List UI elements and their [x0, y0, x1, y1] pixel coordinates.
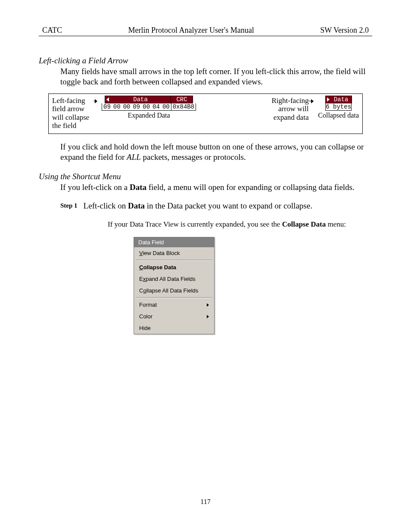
collapse-arrow-icon[interactable]: [105, 96, 110, 103]
section2-para: If you left-click on a Data field, a men…: [60, 182, 372, 193]
submenu-arrow-icon: [207, 303, 209, 307]
context-menu-title: Data Field: [134, 237, 214, 247]
section1-para: Many fields have small arrows in the top…: [60, 66, 372, 87]
annotation-arrow-icon: [308, 99, 314, 103]
section-title-2: Using the Shortcut Menu: [39, 172, 372, 181]
expand-arrow-icon[interactable]: [326, 96, 331, 103]
fig-right-annotation: Right-facing arrow will expand data: [266, 96, 314, 122]
fig-left-annotation: Left-facing field arrow will collapse th…: [52, 96, 97, 130]
header-center: Merlin Protocol Analyzer User's Manual: [128, 26, 254, 35]
page-number: 117: [39, 498, 372, 506]
collapsed-caption: Collapsed data: [318, 112, 359, 119]
menu-item-collapse-all[interactable]: Collapse All Data Fields: [134, 285, 214, 296]
menu-item-collapse-data[interactable]: Collapse Data: [134, 261, 214, 273]
expanded-caption: Expanded Data: [128, 112, 170, 119]
expanded-data-label: Data: [110, 96, 171, 103]
para-after-fig: If you click and hold down the left mous…: [60, 142, 372, 163]
step-subtext: If your Data Trace View is currently exp…: [108, 220, 372, 229]
context-menu: Data Field View Data Block Collapse Data…: [134, 237, 215, 334]
submenu-arrow-icon: [207, 315, 209, 318]
menu-item-color[interactable]: Color: [134, 311, 214, 322]
header-left: CATC: [42, 26, 62, 35]
expanded-data-widget: Data CRC 09 00 00 09 00 04 00 0x84B8 Exp…: [102, 96, 196, 119]
crc-label: CRC: [171, 96, 193, 103]
crc-value: 0x84B8: [171, 103, 196, 110]
menu-item-hide[interactable]: Hide: [134, 322, 214, 334]
annotation-arrow-icon: [93, 99, 97, 103]
step-body: Left-click on Data in the Data packet yo…: [84, 201, 372, 211]
menu-separator: [136, 260, 212, 261]
step-label: Step 1: [60, 201, 78, 209]
menu-item-format[interactable]: Format: [134, 299, 214, 311]
menu-item-expand-all[interactable]: Expand All Data Fields: [134, 273, 214, 285]
collapsed-data-widget: Data 6 bytes Collapsed data: [318, 96, 359, 119]
menu-separator: [136, 297, 212, 298]
collapsed-bytes-value: 6 bytes: [325, 103, 352, 111]
section-title-1: Left-clicking a Field Arrow: [39, 56, 372, 65]
menu-item-view-data-block[interactable]: View Data Block: [134, 247, 214, 259]
expanded-data-bytes: 09 00 00 09 00 04 00 0x84B8: [102, 103, 196, 111]
figure-box: Left-facing field arrow will collapse th…: [48, 93, 363, 134]
header-right: SW Version 2.0: [320, 26, 369, 35]
expanded-data-header[interactable]: Data CRC: [105, 96, 193, 103]
page-header: CATC Merlin Protocol Analyzer User's Man…: [39, 26, 372, 36]
collapsed-data-header[interactable]: Data: [325, 96, 352, 103]
collapsed-data-label: Data: [331, 96, 352, 103]
step-1: Step 1 Left-click on Data in the Data pa…: [60, 201, 372, 211]
